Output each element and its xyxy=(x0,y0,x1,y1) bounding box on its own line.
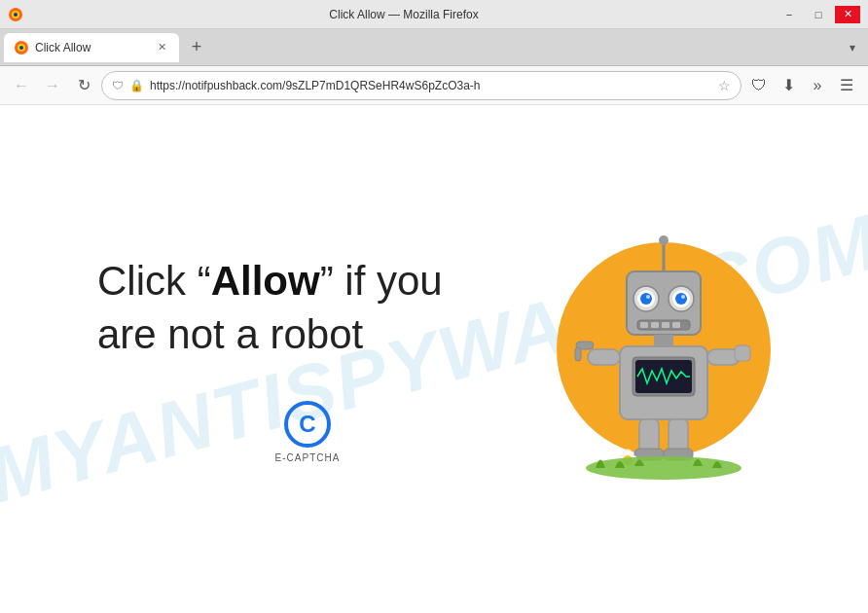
svg-point-2 xyxy=(14,13,18,17)
close-button[interactable]: ✕ xyxy=(835,6,860,23)
svg-point-9 xyxy=(659,235,669,245)
minimize-button[interactable]: − xyxy=(777,6,802,23)
tab-bar: Click Allow ✕ + ▾ xyxy=(0,29,868,66)
svg-point-5 xyxy=(19,46,23,50)
svg-rect-20 xyxy=(640,322,648,328)
url-display: https://notifpushback.com/9sZLP7mD1QRSeH… xyxy=(150,79,712,92)
captcha-section: C E-CAPTCHA xyxy=(97,400,518,463)
reload-button[interactable]: ↻ xyxy=(70,72,97,99)
forward-button[interactable]: → xyxy=(39,72,66,99)
svg-rect-22 xyxy=(662,322,669,328)
extensions-button[interactable]: » xyxy=(804,72,831,99)
lock-icon: 🔒 xyxy=(129,79,144,92)
captcha-label: E-CAPTCHA xyxy=(275,452,341,463)
main-message-area: Click “Allow” if you are not a robot C E… xyxy=(0,255,518,463)
back-button[interactable]: ← xyxy=(8,72,35,99)
window-controls: − □ ✕ xyxy=(777,6,860,23)
bookmark-icon[interactable]: ☆ xyxy=(718,78,731,93)
robot-illustration xyxy=(518,203,810,515)
address-bar[interactable]: 🛡 🔒 https://notifpushback.com/9sZLP7mD1Q… xyxy=(101,71,741,100)
svg-point-14 xyxy=(646,295,650,299)
message-part1: Click “ xyxy=(97,258,211,304)
svg-rect-24 xyxy=(654,335,673,346)
navigation-bar: ← → ↻ 🛡 🔒 https://notifpushback.com/9sZL… xyxy=(0,66,868,105)
toolbar-buttons: 🛡 ⬇ » ☰ xyxy=(745,72,860,99)
svg-rect-21 xyxy=(651,322,659,328)
svg-rect-23 xyxy=(672,322,680,328)
downloads-button[interactable]: ⬇ xyxy=(775,72,802,99)
content-area: Click “Allow” if you are not a robot C E… xyxy=(0,105,868,613)
new-tab-button[interactable]: + xyxy=(183,34,210,61)
container-button[interactable]: 🛡 xyxy=(745,72,773,99)
maximize-button[interactable]: □ xyxy=(806,6,831,23)
captcha-icon: C xyxy=(283,400,332,449)
firefox-icon xyxy=(8,7,23,22)
svg-rect-32 xyxy=(735,345,750,361)
active-tab[interactable]: Click Allow ✕ xyxy=(4,33,179,62)
main-message: Click “Allow” if you are not a robot xyxy=(97,255,448,361)
svg-point-18 xyxy=(681,295,685,299)
page-content: MYANTISPYWARE.COM Click “Allow” if you a… xyxy=(0,105,868,613)
tab-title: Click Allow xyxy=(35,41,148,54)
tracking-protection-icon: 🛡 xyxy=(112,79,124,92)
window-title: Click Allow — Mozilla Firefox xyxy=(31,8,777,21)
tab-favicon xyxy=(14,40,29,55)
svg-text:C: C xyxy=(299,411,315,437)
menu-button[interactable]: ☰ xyxy=(833,72,860,99)
svg-point-17 xyxy=(675,293,687,305)
titlebar: Click Allow — Mozilla Firefox − □ ✕ xyxy=(0,0,868,29)
svg-point-13 xyxy=(640,293,652,305)
svg-rect-28 xyxy=(588,349,620,365)
tab-close-button[interactable]: ✕ xyxy=(154,40,169,55)
tab-list-button[interactable]: ▾ xyxy=(841,36,864,59)
svg-rect-30 xyxy=(575,347,581,361)
robot-svg xyxy=(566,233,761,486)
allow-text: Allow xyxy=(211,258,320,304)
